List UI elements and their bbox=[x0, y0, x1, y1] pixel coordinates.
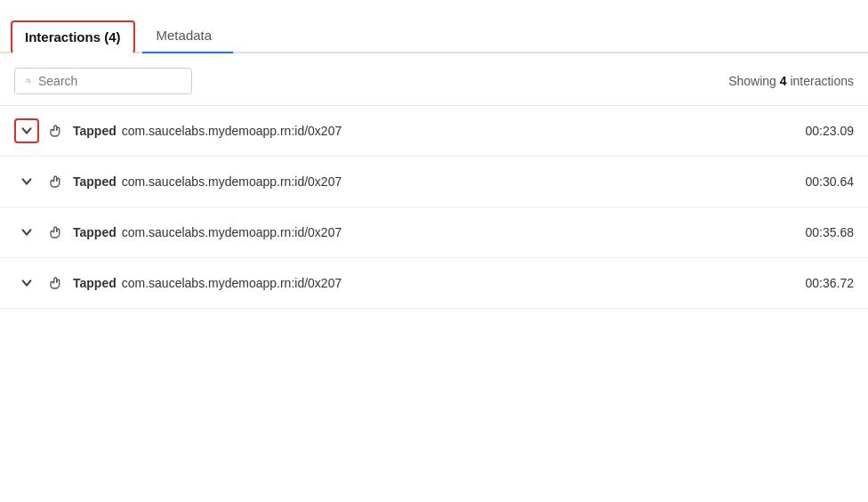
svg-point-0 bbox=[27, 79, 29, 82]
tab-interactions[interactable]: Interactions (4) bbox=[11, 20, 135, 53]
chevron-down-icon bbox=[20, 226, 33, 239]
timestamp: 00:30.64 bbox=[806, 174, 855, 189]
showing-count: 4 bbox=[780, 74, 787, 88]
action-label: Tapped bbox=[73, 276, 117, 290]
action-label: Tapped bbox=[73, 174, 117, 189]
element-id: com.saucelabs.mydemoapp.rn:id/0x207 bbox=[122, 174, 342, 189]
gesture-icon bbox=[48, 275, 64, 291]
tap-icon bbox=[48, 123, 64, 139]
interaction-row[interactable]: Tappedcom.saucelabs.mydemoapp.rn:id/0x20… bbox=[0, 157, 868, 207]
interaction-row[interactable]: Tappedcom.saucelabs.mydemoapp.rn:id/0x20… bbox=[0, 207, 868, 258]
element-id: com.saucelabs.mydemoapp.rn:id/0x207 bbox=[122, 276, 342, 290]
chevron-expand-button[interactable] bbox=[14, 169, 39, 194]
showing-prefix: Showing bbox=[728, 74, 780, 88]
gesture-icon bbox=[48, 224, 64, 240]
gesture-icon bbox=[48, 174, 64, 190]
tap-icon bbox=[48, 224, 64, 240]
interaction-row[interactable]: Tappedcom.saucelabs.mydemoapp.rn:id/0x20… bbox=[0, 106, 868, 157]
action-label: Tapped bbox=[73, 225, 117, 239]
showing-suffix: interactions bbox=[787, 74, 854, 88]
tap-icon bbox=[48, 275, 64, 291]
search-input[interactable] bbox=[38, 74, 181, 88]
showing-text: Showing 4 interactions bbox=[728, 74, 854, 88]
chevron-expand-button[interactable] bbox=[14, 220, 39, 245]
tap-icon bbox=[48, 174, 64, 190]
chevron-down-icon bbox=[20, 277, 33, 289]
element-id: com.saucelabs.mydemoapp.rn:id/0x207 bbox=[122, 124, 342, 138]
search-icon bbox=[26, 75, 31, 87]
svg-line-1 bbox=[29, 82, 30, 83]
tab-metadata[interactable]: Metadata bbox=[142, 19, 227, 52]
tabs-bar: Interactions (4) Metadata bbox=[0, 0, 868, 53]
action-label: Tapped bbox=[73, 124, 117, 138]
timestamp: 00:36.72 bbox=[806, 276, 855, 290]
tab-metadata-wrapper: Metadata bbox=[142, 17, 234, 52]
toolbar: Showing 4 interactions bbox=[0, 53, 868, 106]
chevron-down-icon bbox=[20, 175, 33, 188]
chevron-expand-button[interactable] bbox=[14, 271, 39, 296]
chevron-down-icon bbox=[20, 125, 33, 137]
element-id: com.saucelabs.mydemoapp.rn:id/0x207 bbox=[122, 225, 342, 239]
interaction-row[interactable]: Tappedcom.saucelabs.mydemoapp.rn:id/0x20… bbox=[0, 258, 868, 309]
metadata-underline bbox=[142, 52, 234, 53]
chevron-expand-button[interactable] bbox=[14, 118, 39, 143]
interactions-list: Tappedcom.saucelabs.mydemoapp.rn:id/0x20… bbox=[0, 106, 868, 309]
timestamp: 00:23.09 bbox=[806, 124, 855, 138]
gesture-icon bbox=[48, 123, 64, 139]
search-box bbox=[14, 68, 192, 94]
timestamp: 00:35.68 bbox=[806, 225, 855, 239]
